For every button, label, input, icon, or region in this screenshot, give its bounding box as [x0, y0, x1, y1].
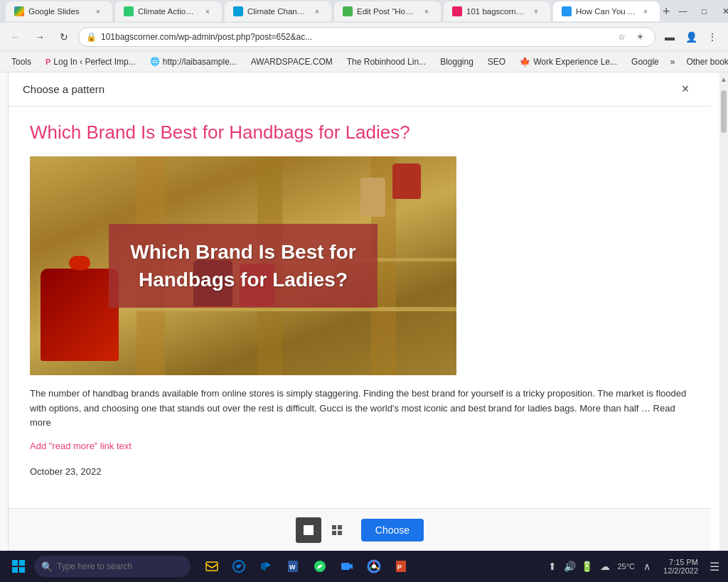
- bookmark-label: The Robinhood Lin...: [347, 57, 426, 67]
- taskbar-icon-word[interactable]: W: [280, 554, 306, 579]
- taskbar-icon-zoom[interactable]: [334, 554, 360, 579]
- browser-window: Google Slides × Climate Action - G... × …: [0, 0, 728, 582]
- network-icon[interactable]: ⬆: [545, 559, 560, 574]
- weather-icon[interactable]: ☁: [597, 559, 613, 574]
- tab-close-5[interactable]: ×: [530, 6, 542, 17]
- bookmark-login[interactable]: P Log In ‹ Perfect Imp...: [40, 54, 141, 70]
- tab-google-slides[interactable]: Google Slides ×: [6, 1, 112, 21]
- clock-date: 12/2/2022: [663, 566, 698, 575]
- start-button[interactable]: [6, 554, 31, 579]
- scroll-up-arrow[interactable]: ▲: [720, 75, 727, 83]
- modal-body[interactable]: Which Brand Is Best for Handbags for Lad…: [9, 107, 711, 508]
- notification-center-button[interactable]: ☰: [707, 559, 722, 574]
- back-button[interactable]: ←: [6, 27, 26, 47]
- tab-howcan[interactable]: How Can You Add... ×: [553, 1, 660, 21]
- tab-favicon-2: [124, 6, 134, 16]
- bookmark-seo[interactable]: SEO: [482, 54, 511, 70]
- view-toggle: [296, 517, 350, 543]
- bookmark-robinhood[interactable]: The Robinhood Lin...: [341, 54, 432, 70]
- tab-favicon-5: [452, 6, 462, 16]
- read-more-link[interactable]: Add "read more" link text: [30, 441, 132, 451]
- bookmark-label: Other bookmarks: [686, 57, 728, 67]
- taskbar-system-tray: ⬆ 🔊 🔋 ☁ 25°C ∧ 7:15 PM 12/2/2022 ☰: [545, 558, 722, 575]
- modal-header: Choose a pattern ×: [9, 72, 711, 107]
- bookmark-label: Work Experience Le...: [533, 57, 617, 67]
- tab-favicon-4: [343, 6, 353, 16]
- taskbar-icon-powerpoint[interactable]: P: [388, 554, 414, 579]
- profile-menu-icon[interactable]: 👤: [681, 27, 701, 47]
- tab-close-4[interactable]: ×: [421, 6, 432, 17]
- taskbar-icon-explorer[interactable]: [199, 554, 225, 579]
- tab-bagscorner[interactable]: 101 bagscorner - C... ×: [444, 1, 550, 21]
- svg-marker-15: [350, 564, 353, 569]
- bookmark-blogging[interactable]: Blogging: [434, 54, 479, 70]
- battery-icon[interactable]: 🔋: [579, 559, 594, 574]
- modal-overlay: Choose a pattern × Which Brand Is Best f…: [9, 72, 711, 551]
- tab-label-3: Climate Change - L...: [247, 7, 307, 16]
- taskbar-icon-whatsapp[interactable]: [307, 554, 333, 579]
- taskbar-icon-edge[interactable]: [226, 554, 252, 579]
- more-options-icon[interactable]: ⋮: [702, 27, 722, 47]
- url-action-icons: ☆ ☀: [614, 29, 648, 45]
- extensions-icon[interactable]: ☀: [632, 29, 648, 45]
- bookmark-label: Log In ‹ Perfect Imp...: [53, 57, 135, 67]
- bookmark-label: http://laibasample...: [163, 57, 237, 67]
- extensions-menu-icon[interactable]: ▬: [660, 27, 680, 47]
- svg-text:P: P: [397, 564, 402, 571]
- bookmark-laibasample[interactable]: 🌐 http://laibasample...: [144, 54, 242, 70]
- image-overlay-text: Which Brand Is Best for Handbags for Lad…: [130, 238, 355, 293]
- url-bar[interactable]: 🔒 101bagscorner.com/wp-admin/post.php?po…: [78, 27, 655, 47]
- bookmark-label: Blogging: [440, 57, 473, 67]
- svg-rect-4: [338, 531, 342, 535]
- tab-label-1: Google Slides: [28, 7, 88, 16]
- address-bar: ← → ↻ 🔒 101bagscorner.com/wp-admin/post.…: [0, 23, 728, 51]
- svg-rect-8: [19, 567, 25, 573]
- taskbar-search-input[interactable]: [57, 561, 171, 571]
- taskbar-icon-chrome[interactable]: [361, 554, 387, 579]
- choose-button[interactable]: Choose: [361, 519, 424, 541]
- main-content: Choose a pattern × Which Brand Is Best f…: [9, 72, 719, 551]
- tab-close-6[interactable]: ×: [640, 6, 651, 17]
- modal-close-button[interactable]: ×: [674, 78, 697, 101]
- maximize-button[interactable]: □: [695, 1, 714, 21]
- svg-rect-3: [332, 531, 336, 535]
- scrollbar-thumb[interactable]: [721, 90, 727, 133]
- bookmarks-overflow[interactable]: »: [668, 57, 678, 67]
- bookmark-tools[interactable]: Tools: [6, 54, 37, 70]
- tab-close-2[interactable]: ×: [202, 6, 213, 17]
- bookmarks-bar: Tools P Log In ‹ Perfect Imp... 🌐 http:/…: [0, 51, 728, 72]
- left-sidebar: [0, 72, 9, 551]
- new-tab-button[interactable]: +: [663, 1, 670, 21]
- minimize-button[interactable]: —: [673, 1, 693, 21]
- tab-edit-post[interactable]: Edit Post "How Can... ×: [334, 1, 441, 21]
- tab-climate-action[interactable]: Climate Action - G... ×: [115, 1, 222, 21]
- bookmark-google[interactable]: Google: [626, 54, 665, 70]
- tab-label-4: Edit Post "How Can...: [357, 7, 417, 16]
- scrollbar[interactable]: ▲: [719, 72, 728, 551]
- tab-close-3[interactable]: ×: [311, 6, 323, 17]
- tab-climate-change[interactable]: Climate Change - L... ×: [225, 1, 331, 21]
- tab-label-5: 101 bagscorner - C...: [466, 7, 526, 16]
- window-controls: — □ ✕: [673, 1, 728, 21]
- forward-button[interactable]: →: [30, 27, 50, 47]
- hide-icons-button[interactable]: ∧: [639, 559, 655, 574]
- taskbar-search[interactable]: 🔍: [34, 556, 191, 577]
- grid-view-button[interactable]: [324, 517, 350, 543]
- close-window-button[interactable]: ✕: [716, 1, 728, 21]
- bookmark-work-experience[interactable]: 🍁 Work Experience Le...: [514, 54, 623, 70]
- system-clock[interactable]: 7:15 PM 12/2/2022: [658, 558, 704, 575]
- tab-favicon-3: [233, 6, 243, 16]
- bookmark-awardspace[interactable]: AWARDSPACE.COM: [245, 54, 338, 70]
- tab-label-2: Climate Action - G...: [138, 7, 198, 16]
- svg-rect-0: [304, 525, 314, 535]
- svg-rect-14: [341, 563, 350, 570]
- reload-button[interactable]: ↻: [54, 27, 74, 47]
- taskbar-icon-vscode[interactable]: [253, 554, 279, 579]
- sound-icon[interactable]: 🔊: [562, 559, 577, 574]
- star-icon[interactable]: ☆: [614, 29, 629, 45]
- bookmark-label: Google: [631, 57, 659, 67]
- single-view-button[interactable]: [296, 517, 321, 543]
- bookmark-other[interactable]: Other bookmarks: [680, 54, 728, 70]
- svg-rect-6: [19, 560, 25, 566]
- tab-close-1[interactable]: ×: [92, 6, 104, 17]
